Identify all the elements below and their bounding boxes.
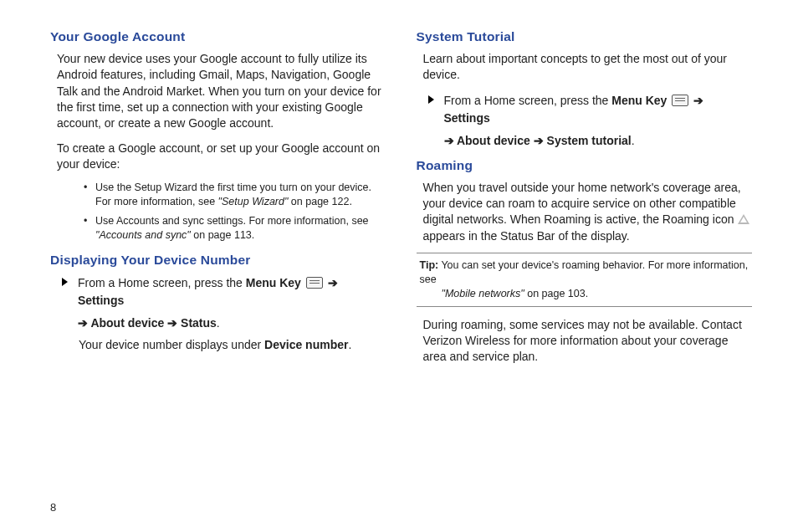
text: .	[217, 316, 220, 330]
paragraph: Learn about important concepts to get th…	[417, 51, 753, 84]
right-column: System Tutorial Learn about important co…	[417, 29, 753, 373]
manual-page: Your Google Account Your new device uses…	[0, 0, 798, 532]
step-text: From a Home screen, press the Menu Key ➔…	[444, 92, 753, 150]
text: on page 103.	[524, 288, 588, 299]
tip-label: Tip:	[420, 259, 439, 271]
text: on page 122.	[288, 196, 351, 207]
two-column-layout: Your Google Account Your new device uses…	[50, 29, 752, 373]
menu-key-icon	[306, 277, 323, 289]
left-column: Your Google Account Your new device uses…	[50, 29, 386, 373]
arrow-icon: ➔	[530, 134, 547, 147]
step-result: Your device number displays under Device…	[79, 337, 386, 354]
step-item: From a Home screen, press the Menu Key ➔…	[428, 92, 753, 150]
paragraph: Your new device uses your Google account…	[50, 51, 386, 132]
text: appears in the Status Bar of the display…	[423, 229, 630, 243]
heading-system-tutorial: System Tutorial	[417, 29, 753, 44]
menu-key-label: Menu Key	[246, 276, 301, 289]
reference-link: "Setup Wizard"	[218, 196, 289, 207]
list-item: Use Accounts and sync settings. For more…	[87, 214, 386, 243]
step-item: From a Home screen, press the Menu Key ➔…	[62, 274, 386, 332]
nav-system-tutorial: System tutorial	[547, 134, 632, 147]
step-marker-icon	[62, 278, 68, 286]
nav-about-device: About device	[457, 134, 530, 147]
menu-key-icon	[672, 95, 688, 106]
nav-status: Status	[181, 316, 217, 330]
bullet-list: Use the Setup Wizard the first time you …	[50, 181, 386, 243]
arrow-icon: ➔	[690, 94, 703, 107]
arrow-icon: ➔	[164, 316, 181, 330]
heading-device-number: Displaying Your Device Number	[50, 253, 386, 268]
step-marker-icon	[428, 95, 434, 104]
heading-roaming: Roaming	[417, 158, 753, 173]
text: From a Home screen, press the	[78, 276, 246, 289]
text: You can set your device's roaming behavi…	[420, 259, 749, 285]
arrow-icon: ➔	[444, 134, 457, 147]
page-number: 8	[50, 501, 56, 514]
paragraph: During roaming, some services may not be…	[417, 317, 753, 366]
text: on page 113.	[191, 229, 254, 241]
nav-settings: Settings	[78, 294, 124, 307]
tip-box: Tip: You can set your device's roaming b…	[417, 253, 753, 307]
paragraph: To create a Google account, or set up yo…	[50, 141, 386, 173]
heading-google-account: Your Google Account	[50, 29, 386, 44]
text: When you travel outside your home networ…	[423, 181, 741, 227]
roaming-icon	[738, 214, 749, 224]
step-text: From a Home screen, press the Menu Key ➔…	[78, 274, 386, 332]
text: Your device number displays under	[79, 338, 264, 351]
nav-settings: Settings	[444, 111, 490, 125]
reference-link: "Accounts and sync"	[95, 229, 191, 241]
text: From a Home screen, press the	[444, 94, 612, 107]
arrow-icon: ➔	[78, 316, 90, 330]
list-item: Use the Setup Wizard the first time you …	[87, 181, 386, 209]
nav-about-device: About device	[90, 316, 164, 330]
paragraph: When you travel outside your home networ…	[417, 180, 753, 244]
text: .	[348, 338, 351, 351]
reference-link: "Mobile networks"	[442, 288, 524, 299]
device-number-label: Device number	[264, 338, 348, 351]
text: .	[632, 134, 635, 147]
menu-key-label: Menu Key	[611, 94, 667, 107]
arrow-icon: ➔	[325, 276, 338, 289]
text: Use Accounts and sync settings. For more…	[95, 215, 369, 227]
